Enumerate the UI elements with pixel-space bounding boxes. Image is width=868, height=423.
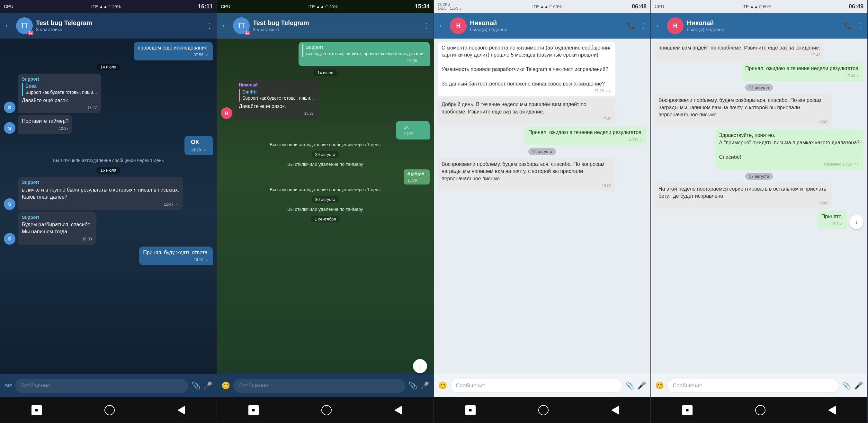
nav-back-2[interactable] <box>394 406 402 415</box>
chat-subtitle-1: 3 участника <box>36 27 203 32</box>
msg-group-1: S Support Бова Support как будете готовы… <box>4 73 213 113</box>
status-bar-3: 75 CPU1кБ/с ↑ 1кБ/с ↓ LTE ▲▲ □ 60% 06:48 <box>434 0 650 13</box>
msg-in-5: Николай Dmitrii Support как будете готов… <box>235 80 318 119</box>
input-bar-4: 😊 Сообщение 📎 🎤 <box>651 374 867 397</box>
screen-1: CPU LTE ▲▲ □ 29% 16:11 ← TT 1д Test bug … <box>0 0 217 423</box>
date-div-7: 12 августа <box>528 148 556 155</box>
system-msg-4: Вы включили автоудаление сообщений через… <box>267 186 383 193</box>
attach-icon-1[interactable]: 📎 <box>191 382 200 390</box>
scroll-down-btn-4[interactable]: ↓ <box>849 215 864 229</box>
status-cpu-3: 75 CPU1кБ/с ↑ 1кБ/с ↓ <box>438 3 462 10</box>
chat-subtitle-3: была(а) недавно <box>470 27 624 32</box>
header-icons-1: ⋮ <box>206 22 213 30</box>
more-icon-1[interactable]: ⋮ <box>206 22 213 30</box>
mic-icon-2[interactable]: 🎤 <box>420 382 429 390</box>
chat-title-2: Test bug Telegram <box>253 19 420 27</box>
nav-home-2[interactable] <box>321 405 332 415</box>
system-msg-3: Вы отключили удаление по таймеру <box>285 161 366 168</box>
status-bar-4: CPU LTE ▲▲ □ 60% 06:49 <box>651 0 867 13</box>
chat-title-1: Test bug Telegram <box>36 19 203 27</box>
msg-group-5: Н Николай Dmitrii Support как будете гот… <box>221 80 430 119</box>
msg-out-4-3: Принято. 15:6 ✓ <box>817 211 847 229</box>
status-cpu-2: CPU <box>221 4 230 9</box>
more-icon-3[interactable]: ⋮ <box>640 22 647 30</box>
attach-icon-2[interactable]: 📎 <box>408 382 417 390</box>
avatar-support-4: S <box>4 233 16 245</box>
mic-icon-3[interactable]: 🎤 <box>637 382 646 390</box>
input-bar-3: 😊 Сообщение 📎 🎤 <box>434 374 650 397</box>
mic-icon-4[interactable]: 🎤 <box>854 382 863 390</box>
system-msg-5: Вы отключили удаление по таймеру <box>285 206 366 212</box>
message-input-2[interactable]: Сообщение <box>233 379 405 393</box>
date-div-2: 16 июля <box>96 167 120 174</box>
nav-home-4[interactable] <box>755 405 766 415</box>
message-input-3[interactable]: Сообщение <box>450 379 622 393</box>
chat-info-4: Николай была(а) недавно <box>687 19 841 32</box>
nav-back-4[interactable] <box>828 406 836 415</box>
chat-info-3: Николай была(а) недавно <box>470 19 624 32</box>
chat-header-4: ← Н Николай была(а) недавно 📞 ⋮ <box>651 13 867 38</box>
chat-title-3: Николай <box>470 19 624 27</box>
nav-back-1[interactable] <box>177 406 185 415</box>
header-icons-2: ⋮ <box>423 22 430 30</box>
phone-icon-3[interactable]: 📞 <box>627 22 635 30</box>
date-div-4: 29 августа <box>311 151 339 158</box>
header-icons-3: 📞 ⋮ <box>627 22 647 30</box>
msg-in-4: Support Будем разбираться, спасибо.Мы на… <box>18 212 96 245</box>
msg-out-partial-wrap: Принято. 15:6 ✓ ↓ <box>817 211 864 229</box>
back-button-1[interactable]: ← <box>4 21 13 31</box>
msg-out-1: проведем ещё исследования. 07:56 ✓ <box>134 42 213 60</box>
attach-icon-4[interactable]: 📎 <box>842 382 851 390</box>
message-input-4[interactable]: Сообщение <box>667 379 839 393</box>
msg-in-1: Support Бова Support как будете готовы, … <box>18 73 101 113</box>
header-icons-4: 📞 ⋮ <box>844 22 864 30</box>
msg-group-2: S Поставите таймер? 13:27 <box>4 115 213 134</box>
sticker-icon-4[interactable]: 😊 <box>655 382 664 390</box>
nav-square-1[interactable]: ■ <box>31 405 42 415</box>
msg-group-3: S Support в личке и в группе были резуль… <box>4 177 213 210</box>
mic-icon-1[interactable]: 🎤 <box>204 382 212 390</box>
chat-subtitle-2: 3 участника <box>253 27 420 32</box>
status-cpu-4: CPU <box>655 4 664 9</box>
more-icon-4[interactable]: ⋮ <box>857 22 864 30</box>
screen-4: CPU LTE ▲▲ □ 60% 06:49 ← Н Николай была(… <box>651 0 868 423</box>
message-input-1[interactable]: Сообщение <box>15 379 188 393</box>
sticker-icon-3[interactable]: 😊 <box>438 382 447 390</box>
nav-square-4[interactable]: ■ <box>682 405 692 415</box>
chat-header-2: ← TT 1д Test bug Telegram 3 участника ⋮ <box>217 13 434 38</box>
input-bar-2: 😊 Сообщение 📎 🎤 <box>217 374 434 397</box>
msg-in-2: Поставите таймер? 13:27 <box>18 115 72 134</box>
nav-home-1[interactable] <box>104 405 115 415</box>
scroll-down-btn[interactable]: ↓ <box>413 359 427 373</box>
status-signal-1: LTE ▲▲ □ 29% <box>91 4 121 9</box>
messages-4: пришлём вам апдейт по проблеме. Извините… <box>651 38 867 374</box>
back-button-3[interactable]: ← <box>438 21 447 31</box>
back-button-2[interactable]: ← <box>221 21 230 31</box>
status-signal-2: LTE ▲▲ □ 45% <box>308 4 337 9</box>
msg-out-4-2: Здравствуйте, понятно.А "примерно" ожида… <box>715 129 864 170</box>
msg-ok-1: ОК 13:29 ✓ <box>184 135 213 155</box>
chat-info-2: Test bug Telegram 3 участника <box>253 19 420 32</box>
nav-home-3[interactable] <box>538 405 549 415</box>
status-cpu-1: CPU <box>4 4 13 9</box>
phone-icon-4[interactable]: 📞 <box>844 22 852 30</box>
chat-subtitle-4: была(а) недавно <box>687 27 841 32</box>
status-signal-4: LTE ▲▲ □ 60% <box>741 4 771 9</box>
more-icon-2[interactable]: ⋮ <box>423 22 430 30</box>
msg-out-4-1: Принял, ожидаю в течение недели результа… <box>741 62 864 81</box>
system-msg-1: Вы включили автоудаление сообщений через… <box>50 157 166 163</box>
nav-square-3[interactable]: ■ <box>465 405 476 415</box>
msg-hash: ##### 18:09 ✓✓ <box>404 170 430 184</box>
nav-square-2[interactable]: ■ <box>248 405 259 415</box>
avatar-1: TT 1д <box>16 17 33 34</box>
nav-back-3[interactable] <box>611 406 619 415</box>
avatar-h-1: Н <box>221 108 232 119</box>
gif-button[interactable]: GIF <box>4 383 12 388</box>
sticker-icon-2[interactable]: 😊 <box>221 382 230 390</box>
nav-bar-4: ■ <box>651 397 867 423</box>
avatar-support-2: S <box>4 122 16 134</box>
attach-icon-3[interactable]: 📎 <box>625 382 634 390</box>
back-button-4[interactable]: ← <box>655 21 663 31</box>
msg-in-3-3: Воспроизвели проблему, будем разбираться… <box>438 158 615 191</box>
msg-in-3: Support в личке и в группе были результа… <box>18 177 183 210</box>
